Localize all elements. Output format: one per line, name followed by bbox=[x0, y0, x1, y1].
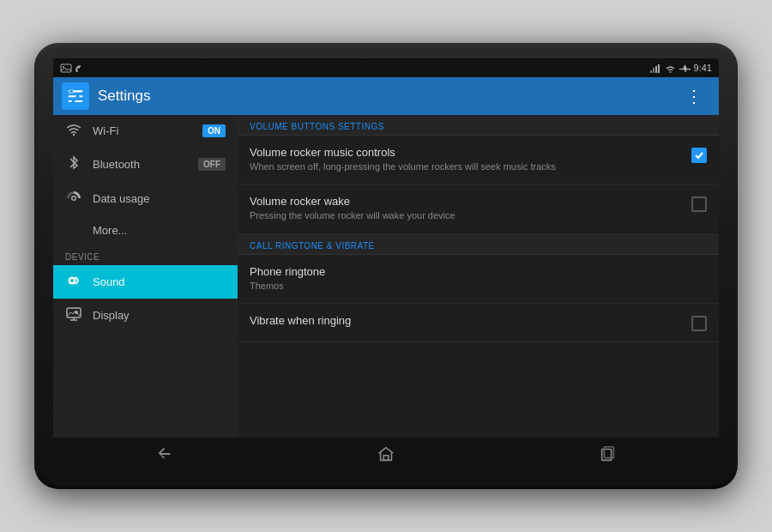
overflow-menu-button[interactable]: ⋮ bbox=[679, 82, 710, 110]
app-bar: Settings ⋮ bbox=[53, 77, 719, 115]
airplane-icon bbox=[679, 63, 691, 73]
sidebar-item-wifi[interactable]: Wi-Fi ON bbox=[53, 115, 238, 147]
app-bar-left: Settings bbox=[62, 82, 150, 110]
app-bar-title: Settings bbox=[98, 88, 150, 105]
left-nav: Wi-Fi ON Bluetooth OFF bbox=[53, 115, 238, 438]
sidebar-item-sound[interactable]: Sound bbox=[53, 265, 238, 299]
volume-buttons-section-header: VOLUME BUTTONS SETTINGS bbox=[238, 115, 719, 136]
status-left-icons bbox=[60, 63, 87, 73]
vibrate-ringing-checkbox[interactable] bbox=[691, 316, 707, 331]
back-button[interactable] bbox=[142, 444, 185, 468]
bottom-nav bbox=[53, 438, 719, 474]
sound-label: Sound bbox=[93, 275, 125, 288]
svg-point-15 bbox=[73, 134, 75, 136]
call-ringtone-section-header: CALL RINGTONE & VIBRATE bbox=[238, 234, 719, 255]
svg-point-2 bbox=[76, 70, 78, 71]
phone-ringtone-text: Phone ringtone Themos bbox=[250, 265, 707, 293]
status-time: 9:41 bbox=[694, 63, 712, 73]
svg-rect-10 bbox=[69, 100, 83, 102]
data-usage-label: Data usage bbox=[93, 192, 150, 205]
svg-point-17 bbox=[73, 197, 75, 200]
svg-rect-6 bbox=[658, 64, 660, 73]
phone-ringtone-subtitle: Themos bbox=[250, 280, 707, 293]
right-content: VOLUME BUTTONS SETTINGS Volume rocker mu… bbox=[238, 115, 719, 438]
volume-wake-title: Volume rocker wake bbox=[250, 195, 691, 208]
recents-icon bbox=[599, 444, 618, 463]
volume-music-text: Volume rocker music controls When screen… bbox=[250, 146, 691, 173]
svg-point-7 bbox=[669, 71, 671, 73]
wifi-label: Wi-Fi bbox=[93, 124, 192, 137]
recents-button[interactable] bbox=[587, 444, 630, 468]
sidebar-item-more[interactable]: More... bbox=[53, 215, 238, 245]
back-icon bbox=[154, 444, 173, 463]
volume-music-item[interactable]: Volume rocker music controls When screen… bbox=[238, 136, 719, 184]
sidebar-item-data-usage[interactable]: Data usage bbox=[53, 182, 238, 215]
data-usage-nav-icon bbox=[65, 190, 82, 207]
wifi-toggle[interactable]: ON bbox=[202, 124, 226, 137]
display-nav-icon bbox=[65, 307, 82, 323]
home-button[interactable] bbox=[365, 444, 407, 468]
vibrate-ringing-item[interactable]: Vibrate when ringing bbox=[238, 304, 719, 342]
status-bar: 9:41 bbox=[53, 58, 719, 77]
sidebar-item-display[interactable]: Display bbox=[53, 299, 238, 332]
signal-icon bbox=[650, 63, 661, 73]
phone-ringtone-item[interactable]: Phone ringtone Themos bbox=[238, 255, 719, 304]
bluetooth-label: Bluetooth bbox=[93, 158, 188, 171]
image-icon bbox=[60, 63, 72, 73]
vibrate-ringing-text: Vibrate when ringing bbox=[250, 314, 691, 329]
volume-music-title: Volume rocker music controls bbox=[250, 146, 691, 159]
svg-point-12 bbox=[69, 89, 73, 93]
cast-icon bbox=[75, 63, 87, 73]
svg-rect-26 bbox=[604, 446, 613, 457]
content-area: Wi-Fi ON Bluetooth OFF bbox=[53, 115, 719, 438]
svg-rect-5 bbox=[655, 66, 657, 73]
sound-nav-icon bbox=[65, 274, 82, 290]
settings-icon-box bbox=[62, 82, 89, 110]
svg-rect-0 bbox=[61, 64, 71, 72]
volume-wake-item[interactable]: Volume rocker wake Pressing the volume r… bbox=[238, 184, 719, 233]
svg-rect-4 bbox=[653, 68, 654, 73]
tablet-device: 9:41 Settings ⋮ bbox=[34, 43, 738, 489]
display-label: Display bbox=[93, 309, 130, 322]
sidebar-item-bluetooth[interactable]: Bluetooth OFF bbox=[53, 147, 238, 182]
settings-icon bbox=[67, 88, 84, 105]
svg-rect-9 bbox=[69, 95, 83, 97]
wifi-icon bbox=[665, 63, 676, 73]
bluetooth-toggle[interactable]: OFF bbox=[198, 158, 226, 171]
volume-wake-checkbox[interactable] bbox=[691, 196, 707, 212]
device-section-label: DEVICE bbox=[53, 245, 238, 265]
more-label: More... bbox=[93, 224, 127, 237]
svg-rect-3 bbox=[650, 70, 652, 73]
wifi-nav-icon bbox=[65, 124, 82, 138]
phone-ringtone-title: Phone ringtone bbox=[250, 265, 707, 278]
tablet-screen: 9:41 Settings ⋮ bbox=[53, 58, 719, 474]
svg-point-14 bbox=[71, 100, 75, 103]
svg-point-19 bbox=[70, 279, 74, 282]
bluetooth-nav-icon bbox=[65, 155, 82, 173]
home-icon bbox=[377, 444, 395, 463]
vibrate-ringing-title: Vibrate when ringing bbox=[250, 314, 691, 327]
checkmark-icon bbox=[694, 150, 704, 160]
volume-music-subtitle: When screen off, long-pressing the volum… bbox=[250, 160, 691, 173]
volume-wake-subtitle: Pressing the volume rocker will wake you… bbox=[250, 209, 691, 222]
volume-wake-text: Volume rocker wake Pressing the volume r… bbox=[250, 195, 691, 222]
volume-music-checkbox[interactable] bbox=[691, 148, 707, 163]
status-right-icons: 9:41 bbox=[650, 63, 712, 73]
svg-point-13 bbox=[75, 94, 79, 98]
svg-rect-24 bbox=[383, 455, 389, 460]
